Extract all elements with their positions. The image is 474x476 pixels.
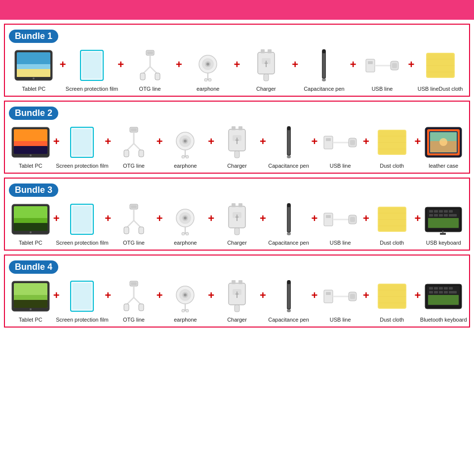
plus-sign: +: [104, 289, 112, 302]
svg-rect-36: [392, 63, 397, 68]
plus-sign: +: [362, 212, 370, 225]
svg-rect-181: [326, 292, 331, 295]
item-label-otg: OTG line: [123, 163, 145, 169]
item-label-tablet: Tablet PC: [19, 240, 42, 246]
item-earphone: earphone: [183, 47, 233, 92]
svg-rect-179: [287, 280, 290, 284]
item-img-otg: [112, 278, 156, 315]
svg-rect-154: [73, 283, 91, 309]
item-label-pen: Capacitance pen: [304, 86, 345, 92]
plus-sign: +: [291, 58, 299, 71]
item-label-tablet: Tablet PC: [19, 317, 42, 323]
plus-sign: +: [104, 135, 112, 148]
svg-rect-6: [82, 52, 101, 78]
plus-sign: +: [59, 58, 67, 71]
item-earphone: earphone: [164, 278, 207, 323]
svg-rect-115: [235, 228, 239, 235]
svg-rect-78: [350, 140, 355, 145]
plus-sign: +: [414, 135, 422, 148]
item-tablet: Tablet PC: [9, 47, 59, 92]
svg-rect-171: [238, 280, 242, 284]
item-img-dustcloth: [370, 201, 414, 238]
svg-point-94: [30, 231, 32, 233]
item-label-film: Screen protection film: [56, 317, 108, 323]
svg-rect-38: [427, 54, 454, 77]
bundle-items-3: Tablet PC+ Screen protection film+ OTG l…: [9, 201, 465, 246]
svg-point-20: [208, 78, 211, 81]
item-label-otg: OTG line: [139, 86, 161, 92]
plus-sign: +: [259, 212, 267, 225]
item-label-pen: Capacitance pen: [268, 163, 309, 169]
item-dustcloth: USB lineDust cloth: [415, 47, 465, 92]
item-label-pen: Capacitance pen: [268, 317, 309, 323]
item-usbkeyboard: USB keyboard: [422, 201, 465, 246]
item-usbline: USB line: [318, 201, 362, 246]
svg-rect-186: [379, 285, 405, 308]
svg-rect-194: [429, 287, 433, 290]
svg-rect-170: [232, 280, 236, 284]
svg-point-120: [287, 232, 291, 235]
item-label-charger: Charger: [227, 240, 247, 246]
item-film: Screen protection film: [61, 201, 104, 246]
item-pen: Capacitance pen: [267, 201, 311, 246]
bundle-4: Bundle 4 Tablet PC+ Screen protection fi…: [4, 255, 470, 328]
svg-rect-195: [434, 287, 438, 290]
svg-rect-71: [287, 127, 290, 155]
item-label-otg: OTG line: [123, 240, 145, 246]
svg-rect-48: [73, 129, 91, 155]
svg-rect-102: [124, 227, 129, 234]
svg-point-4: [33, 77, 35, 79]
svg-rect-80: [379, 131, 405, 154]
svg-rect-202: [444, 291, 448, 293]
svg-rect-126: [350, 217, 355, 222]
svg-rect-122: [324, 213, 333, 226]
svg-rect-12: [140, 73, 145, 80]
svg-rect-140: [449, 210, 453, 213]
svg-rect-103: [139, 227, 144, 234]
svg-rect-141: [429, 214, 433, 217]
svg-rect-197: [444, 287, 448, 290]
bundle-3: Bundle 3 Tablet PC+ Screen protection fi…: [4, 178, 470, 251]
plus-sign: +: [310, 135, 318, 148]
svg-rect-147: [440, 233, 446, 235]
item-img-film: [60, 124, 104, 161]
item-label-usbline: USB line: [372, 86, 393, 92]
item-label-dustcloth: Dust cloth: [380, 240, 404, 246]
svg-rect-64: [232, 126, 236, 130]
item-dustcloth: Dust cloth: [370, 201, 414, 246]
svg-rect-173: [235, 305, 239, 312]
item-label-dustcloth: Dust cloth: [380, 317, 404, 323]
item-label-charger: Charger: [256, 86, 276, 92]
svg-rect-193: [428, 295, 459, 305]
item-img-dustcloth: [418, 47, 463, 84]
svg-rect-199: [429, 291, 433, 293]
item-img-pen: [267, 278, 311, 315]
item-img-otg: [128, 47, 172, 84]
svg-rect-54: [124, 150, 129, 157]
svg-rect-156: [131, 282, 137, 285]
svg-point-168: [186, 309, 189, 312]
plus-sign: +: [156, 289, 164, 302]
bundle-label-4: Bundle 4: [9, 260, 58, 274]
svg-rect-93: [14, 223, 47, 231]
item-otg: OTG line: [125, 47, 175, 92]
svg-rect-32: [366, 59, 375, 72]
item-label-earphone: earphone: [174, 240, 197, 246]
svg-rect-73: [287, 126, 290, 130]
svg-rect-135: [428, 218, 459, 228]
svg-rect-143: [439, 214, 443, 217]
item-label-leathercase: leather case: [429, 163, 458, 169]
item-img-film: [60, 278, 104, 315]
svg-rect-67: [235, 151, 239, 158]
item-label-film: Screen protection film: [66, 86, 118, 92]
item-otg: OTG line: [112, 124, 156, 169]
item-img-charger: [244, 47, 288, 84]
item-img-dustcloth: [370, 278, 414, 315]
svg-rect-33: [368, 61, 373, 64]
plus-sign: +: [259, 135, 267, 148]
item-img-charger: [215, 124, 259, 161]
svg-rect-13: [155, 73, 160, 80]
svg-point-107: [184, 217, 187, 220]
item-img-tablet: [8, 124, 53, 161]
svg-point-152: [30, 308, 32, 310]
